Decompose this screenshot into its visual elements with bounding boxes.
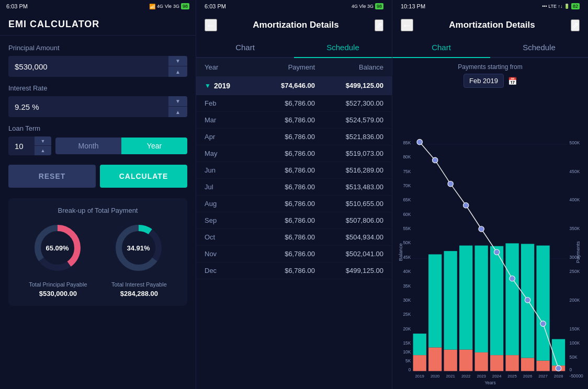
principal-up-btn[interactable]: ▲ (168, 66, 187, 77)
svg-text:2028: 2028 (554, 374, 563, 379)
svg-text:0: 0 (409, 367, 411, 372)
date-selector: Feb 2019 📅 (397, 74, 584, 88)
table-row: Apr $6,786.00 $521,836.00 (196, 129, 392, 145)
balance-dot-2025 (510, 276, 515, 282)
bar-principal-2023 (475, 246, 488, 352)
table-row: Feb $6,786.00 $527,300.00 (196, 95, 392, 112)
table-row: Aug $6,786.00 $510,655.00 (196, 196, 392, 212)
svg-text:Payments: Payments (575, 241, 581, 263)
svg-text:350K: 350K (570, 226, 580, 231)
reset-button[interactable]: RESET (8, 165, 96, 188)
breakup-title: Break-up of Total Payment (17, 207, 179, 214)
bar-interest-2023 (475, 352, 488, 371)
balance-dot-2027 (540, 321, 546, 327)
svg-text:-50000: -50000 (570, 373, 584, 379)
status-icons-2: 4G Vle 3G 98 (352, 3, 383, 9)
svg-text:400K: 400K (570, 197, 580, 202)
principal-input-row: $530,000 ▼ ▲ (8, 56, 187, 77)
svg-text:100K: 100K (570, 340, 580, 346)
balance-dot-2026 (525, 298, 530, 303)
interest-spinners: ▼ ▲ (168, 96, 187, 117)
emi-title: EMI CALCULATOR (8, 19, 187, 30)
month-btn[interactable]: Month (55, 138, 121, 154)
share-button-3[interactable]: ⇗ (571, 19, 580, 31)
amort-title-3: Amortization Details (420, 20, 564, 30)
term-down-btn[interactable]: ▼ (35, 136, 51, 146)
svg-text:450K: 450K (570, 169, 580, 174)
charts-row: 65.09% 34.91% (17, 222, 179, 274)
balance-dot-2023 (479, 226, 484, 232)
bar-interest-2027 (536, 361, 549, 371)
year-balance: $499,125.00 (315, 82, 383, 90)
balance-dot-2021 (448, 181, 454, 187)
table-row: Dec $6,786.00 $499,125.00 (196, 262, 392, 279)
table-row: Oct $6,786.00 $504,934.00 (196, 229, 392, 246)
interest-donut-wrap: 34.91% (112, 222, 165, 274)
svg-text:85K: 85K (403, 140, 411, 145)
bar-interest-2020 (428, 347, 442, 371)
term-value: 10 (8, 138, 35, 155)
svg-text:50K: 50K (403, 240, 411, 245)
table-row: Jun $6,786.00 $516,289.00 (196, 162, 392, 179)
col-year: Year (205, 63, 246, 71)
principal-donut: 65.09% (31, 222, 84, 274)
balance-dot-2028 (556, 365, 561, 371)
donut1-label: 65.09% (46, 244, 69, 252)
svg-text:15K: 15K (403, 340, 411, 346)
tab-chart-2[interactable]: Chart (196, 38, 294, 57)
back-button-2[interactable]: ← (205, 19, 217, 31)
svg-text:2019: 2019 (415, 374, 424, 379)
table-row: Sep $6,786.00 $507,806.00 (196, 212, 392, 229)
tab-schedule-2[interactable]: Schedule (294, 38, 392, 58)
period-toggle: Month Year (55, 138, 187, 154)
svg-text:50K: 50K (570, 355, 578, 360)
bar-interest-2024 (490, 355, 503, 371)
totals-row: Total Principal Payable $530,000.00 Tota… (17, 281, 179, 298)
donut2-label: 34.91% (127, 244, 150, 252)
svg-text:2024: 2024 (492, 374, 502, 379)
breakup-section: Break-up of Total Payment 65.09% (8, 198, 187, 306)
emi-calculator-panel: 6:03 PM 📶 4G Vle 3G 98 EMI CALCULATOR Pr… (0, 0, 196, 389)
tab-chart-3[interactable]: Chart (392, 38, 490, 58)
interest-up-btn[interactable]: ▲ (168, 107, 187, 117)
date-input[interactable]: Feb 2019 (463, 74, 504, 88)
bar-principal-2024 (490, 246, 503, 355)
svg-text:2026: 2026 (523, 374, 533, 379)
svg-text:2022: 2022 (461, 374, 471, 379)
interest-total-value: $284,288.00 (111, 290, 167, 298)
table-row[interactable]: ▼ 2019 $74,646.00 $499,125.00 (196, 76, 392, 95)
svg-text:70K: 70K (403, 183, 411, 188)
principal-down-btn[interactable]: ▼ (168, 56, 187, 66)
term-up-btn[interactable]: ▲ (35, 146, 51, 155)
svg-text:Years: Years (484, 380, 495, 385)
amort-header-2: ← Amortization Details ⇗ (196, 13, 392, 38)
balance-dot-2022 (463, 202, 469, 208)
bar-principal-2025 (505, 243, 518, 355)
interest-donut: 34.91% (112, 222, 165, 274)
share-button-2[interactable]: ⇗ (375, 19, 383, 31)
amortization-table-panel: 6:03 PM 4G Vle 3G 98 ← Amortization Deta… (196, 0, 392, 389)
table-body-2: ▼ 2019 $74,646.00 $499,125.00 Feb $6,786… (196, 76, 392, 389)
year-label: 2019 (214, 82, 230, 90)
principal-total-value: $530,000.00 (29, 290, 87, 298)
principal-spinners: ▼ ▲ (168, 56, 187, 77)
back-button-3[interactable]: ← (401, 19, 413, 31)
emi-content: Principal Amount $530,000 ▼ ▲ Interest R… (0, 36, 196, 389)
calendar-icon[interactable]: 📅 (508, 77, 517, 85)
calculate-button[interactable]: CALCULATE (100, 165, 187, 188)
year-btn[interactable]: Year (121, 138, 187, 154)
balance-dot-2019 (417, 139, 423, 145)
status-icons-3: ••• LTE ↑↓ 🔋 82 (542, 3, 580, 9)
svg-text:250K: 250K (570, 269, 580, 274)
tab-schedule-3[interactable]: Schedule (490, 38, 588, 57)
amortization-chart: 85K 80K 75K 70K 65K 60K 55K 50K 45K 40K … (397, 92, 584, 389)
bar-principal-2022 (459, 246, 472, 350)
interest-input-row: 9.25 % ▼ ▲ (8, 96, 187, 117)
interest-down-btn[interactable]: ▼ (168, 96, 187, 107)
svg-text:60K: 60K (403, 212, 411, 217)
time-3: 10:13 PM (401, 3, 425, 9)
bar-interest-2019 (413, 355, 426, 371)
svg-text:0: 0 (570, 367, 572, 372)
table-row: May $6,786.00 $519,073.00 (196, 145, 392, 162)
svg-text:75K: 75K (403, 169, 411, 174)
